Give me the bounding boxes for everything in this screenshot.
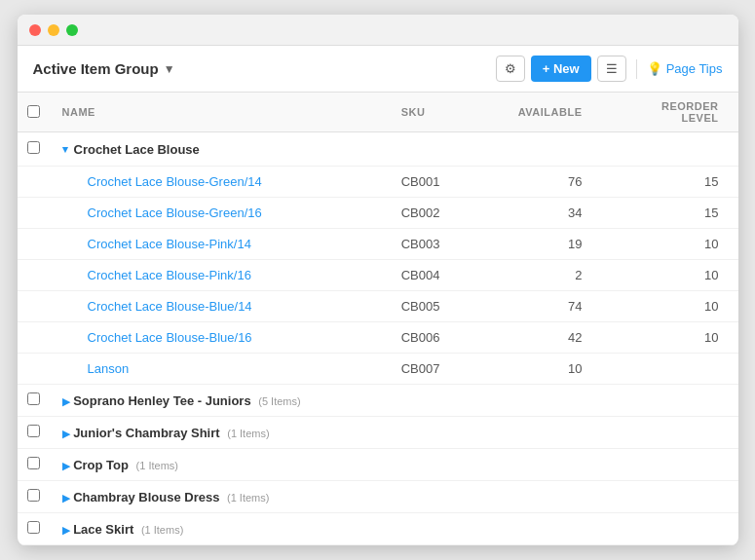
toolbar-actions: ⚙ + New ☰ 💡 Page Tips (496, 56, 723, 82)
row-available: 76 (509, 167, 622, 198)
group-checkbox[interactable] (27, 521, 40, 534)
row-checkbox-cell (18, 260, 53, 291)
page-title[interactable]: Active Item Group ▼ (33, 60, 175, 77)
header-reorder: REORDER LEVEL (622, 93, 738, 132)
row-reorder: 15 (622, 167, 738, 198)
group-name-label: Crochet Lace Blouse (74, 142, 200, 157)
item-count-label: (1 Items) (227, 428, 269, 439)
row-reorder: 10 (622, 322, 738, 354)
row-checkbox-cell (18, 322, 53, 354)
expand-group-icon[interactable]: ▶ (62, 460, 70, 472)
item-name-link[interactable]: Crochet Lace Blouse-Pink/16 (88, 268, 251, 282)
title-dropdown-icon: ▼ (164, 62, 175, 76)
collapsed-group-name-label: Soprano Henley Tee - Juniors (73, 393, 251, 408)
expand-group-icon[interactable]: ▶ (62, 395, 70, 408)
item-name-link[interactable]: Crochet Lace Blouse-Green/14 (88, 174, 262, 189)
row-reorder: 15 (622, 198, 738, 229)
item-name-link[interactable]: Crochet Lace Blouse-Pink/14 (88, 237, 251, 251)
filter-icon: ⚙ (505, 61, 516, 76)
row-name: Crochet Lace Blouse-Blue/14 (53, 291, 392, 322)
collapse-group-icon[interactable]: ▾ (62, 143, 68, 156)
toolbar: Active Item Group ▼ ⚙ + New ☰ 💡 Page Tip… (18, 46, 738, 93)
group-checkbox[interactable] (27, 457, 40, 469)
collapsed-group-header-cell: ▶ Lace Skirt (1 Items) (53, 513, 738, 545)
row-checkbox-cell (18, 291, 53, 322)
new-button-label: + New (543, 61, 580, 76)
collapsed-group-name-label: Junior's Chambray Shirt (73, 426, 219, 440)
collapsed-group-name-label: Crop Top (73, 458, 129, 472)
page-title-text: Active Item Group (33, 60, 159, 77)
maximize-dot[interactable] (66, 24, 78, 36)
table-row: Lanson CB007 10 (18, 354, 738, 385)
item-name-link[interactable]: Lanson (88, 361, 130, 376)
row-available: 74 (509, 291, 622, 322)
page-tips-button[interactable]: 💡 Page Tips (647, 61, 723, 76)
group-checkbox-cell (18, 449, 53, 481)
collapsed-group-header-cell: ▶ Junior's Chambray Shirt (1 Items) (53, 417, 738, 449)
item-count-label: (1 Items) (227, 492, 269, 504)
row-reorder: 10 (622, 291, 738, 322)
row-available: 42 (509, 322, 622, 354)
group-checkbox-cell (18, 385, 53, 417)
expand-group-icon[interactable]: ▶ (62, 524, 70, 537)
item-count-label: (1 Items) (141, 524, 183, 536)
table-row: Crochet Lace Blouse-Green/14 CB001 76 15 (18, 167, 738, 198)
table-body: ▾ Crochet Lace Blouse Crochet Lace Blous… (18, 132, 738, 546)
group-checkbox[interactable] (27, 141, 40, 154)
items-table: NAME SKU AVAILABLE REORDER LEVEL (18, 93, 738, 545)
group-checkbox[interactable] (27, 489, 40, 502)
row-name: Crochet Lace Blouse-Blue/16 (53, 322, 392, 354)
menu-button[interactable]: ☰ (597, 56, 626, 82)
expand-group-icon[interactable]: ▶ (62, 492, 70, 504)
row-reorder: 10 (622, 260, 738, 291)
expand-group-icon[interactable]: ▶ (62, 428, 70, 440)
select-all-checkbox[interactable] (27, 105, 40, 118)
table-row: Crochet Lace Blouse-Green/16 CB002 34 15 (18, 198, 738, 229)
header-checkbox-cell (18, 93, 53, 132)
group-checkbox[interactable] (27, 425, 40, 437)
collapsed-group-name-label: Chambray Blouse Dress (73, 490, 219, 504)
group-row-expanded: ▾ Crochet Lace Blouse (18, 132, 738, 167)
row-available: 10 (509, 354, 622, 385)
item-count-label: (1 Items) (136, 460, 178, 471)
bulb-icon: 💡 (647, 61, 662, 76)
collapsed-group-header-cell: ▶ Chambray Blouse Dress (1 Items) (53, 481, 738, 513)
collapsed-group-header-cell: ▶ Crop Top (1 Items) (53, 449, 738, 481)
row-checkbox-cell (18, 198, 53, 229)
row-sku: CB005 (392, 291, 509, 322)
new-button[interactable]: + New (531, 56, 591, 82)
item-name-link[interactable]: Crochet Lace Blouse-Blue/16 (88, 330, 252, 345)
menu-icon: ☰ (606, 61, 618, 76)
minimize-dot[interactable] (48, 24, 59, 36)
row-sku: CB002 (392, 198, 509, 229)
table-container: NAME SKU AVAILABLE REORDER LEVEL (18, 93, 738, 545)
item-count-label: (5 Items) (258, 395, 300, 407)
row-sku: CB006 (392, 322, 509, 354)
item-name-link[interactable]: Crochet Lace Blouse-Green/16 (88, 205, 262, 220)
collapsed-group-header-cell: ▶ Designer T-shirts (6 Items) (53, 545, 738, 546)
app-window: Active Item Group ▼ ⚙ + New ☰ 💡 Page Tip… (18, 15, 738, 545)
group-checkbox[interactable] (27, 392, 40, 405)
row-name: Crochet Lace Blouse-Green/16 (53, 198, 392, 229)
row-available: 2 (509, 260, 622, 291)
group-row-collapsed: ▶ Chambray Blouse Dress (1 Items) (18, 481, 738, 513)
group-row-collapsed: ▶ Crop Top (1 Items) (18, 449, 738, 481)
header-available: AVAILABLE (509, 93, 622, 132)
filter-button[interactable]: ⚙ (496, 56, 525, 82)
table-header-row: NAME SKU AVAILABLE REORDER LEVEL (18, 93, 738, 132)
group-checkbox-cell (18, 417, 53, 449)
group-checkbox-cell (18, 481, 53, 513)
row-sku: CB004 (392, 260, 509, 291)
group-row-collapsed: ▶ Lace Skirt (1 Items) (18, 513, 738, 545)
close-dot[interactable] (29, 24, 41, 36)
group-checkbox-cell (18, 132, 53, 167)
table-row: Crochet Lace Blouse-Blue/16 CB006 42 10 (18, 322, 738, 354)
item-name-link[interactable]: Crochet Lace Blouse-Blue/14 (88, 299, 252, 314)
group-header-cell: ▾ Crochet Lace Blouse (53, 132, 738, 167)
header-sku: SKU (392, 93, 509, 132)
group-row-collapsed: ▶ Designer T-shirts (6 Items) (18, 545, 738, 546)
group-checkbox-cell (18, 545, 53, 546)
group-row-collapsed: ▶ Junior's Chambray Shirt (1 Items) (18, 417, 738, 449)
row-name: Crochet Lace Blouse-Pink/16 (53, 260, 392, 291)
title-bar (18, 15, 738, 46)
